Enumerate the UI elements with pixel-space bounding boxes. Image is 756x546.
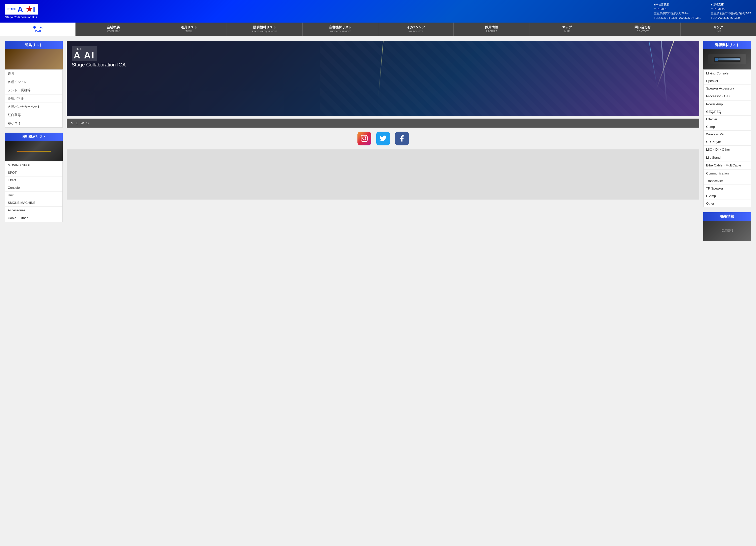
office2-address: 三重県名張市桔梗が丘2番町7-17	[711, 11, 751, 16]
recruit-box: 採用情報 採用情報	[703, 212, 751, 241]
twitter-icon[interactable]	[376, 132, 390, 145]
lighting-list-box: 照明機材リスト MOVING SPOT SPOT Effect Console …	[5, 133, 63, 222]
audio-item-speaker[interactable]: Speaker	[704, 77, 751, 85]
audio-list-title: 音響機材リスト	[703, 41, 751, 49]
contact-office1: ■本社営業所 〒518-001 三重県伊賀市佐那具町762-4 TEL:0595…	[654, 3, 701, 20]
svg-rect-0	[361, 135, 367, 142]
main-container: 道具リスト 道具 各種イントレ テント・長机等 各種パネル 各種パンチカーペット…	[0, 36, 756, 251]
lighting-item-0[interactable]: MOVING SPOT	[5, 161, 62, 169]
nav-lighting[interactable]: 照明機材リスト LIGHTING EQUIPMENT	[227, 23, 303, 36]
audio-item-comp[interactable]: Comp	[704, 123, 751, 131]
center-content: STAGE A AI Stage Collaboration IGA N E W…	[67, 41, 699, 246]
audio-item-mic-stand[interactable]: Mic Stand	[704, 154, 751, 161]
instagram-icon[interactable]	[357, 132, 371, 145]
office1-zip: 〒518-001	[654, 7, 701, 12]
audio-list-image	[703, 49, 751, 69]
hero-image: STAGE A AI Stage Collaboration IGA	[67, 41, 699, 116]
nav-contact[interactable]: 問い合わせ CONTACT	[605, 23, 681, 36]
contact-area: ■本社営業所 〒518-001 三重県伊賀市佐那具町762-4 TEL:0595…	[654, 3, 751, 20]
nav-link[interactable]: リンク LINK	[681, 23, 756, 36]
tool-list: 道具 各種イントレ テント・長机等 各種パネル 各種パンチカーペット 紅白幕等 …	[5, 69, 63, 128]
tool-item-6[interactable]: 布ケコミ	[5, 119, 62, 127]
tool-item-0[interactable]: 道具	[5, 70, 62, 78]
contact-office2: ■名張支店 〒518-0622 三重県名張市桔梗が丘2番町7-17 TEL/FA…	[711, 3, 751, 20]
logo-main-text: A ★I	[18, 5, 36, 14]
office2-tel: TEL/FAX:0595-66-2329	[711, 16, 751, 20]
hero-logo: STAGE A AI Stage Collaboration IGA	[72, 46, 126, 68]
audio-item-geq-peq[interactable]: GEQ/PEQ	[704, 108, 751, 116]
social-area	[67, 128, 699, 149]
lighting-item-5[interactable]: SMOKE MACHINE	[5, 199, 62, 207]
audio-list: Mixing Console Speaker Speaker Accessory…	[703, 69, 751, 207]
facebook-icon[interactable]	[395, 132, 409, 145]
audio-list-box: 音響機材リスト Mixing Console Speaker Speaker A…	[703, 41, 751, 207]
audio-item-transcevier[interactable]: Transcevier	[704, 177, 751, 185]
audio-item-hiamp[interactable]: HiAmp	[704, 192, 751, 200]
left-sidebar: 道具リスト 道具 各種イントレ テント・長机等 各種パネル 各種パンチカーペット…	[5, 41, 63, 246]
office1-tel: TEL:0595-24-2329 FAX:0595-24-2331	[654, 16, 701, 20]
audio-item-speaker-accessory[interactable]: Speaker Accessory	[704, 85, 751, 92]
lighting-item-2[interactable]: Effect	[5, 176, 62, 184]
nav-tshirt[interactable]: イガTシャツ IGA T-SHIRTS	[378, 23, 454, 36]
office2-zip: 〒518-0622	[711, 7, 751, 12]
lighting-item-1[interactable]: SPOT	[5, 169, 62, 176]
nav-company[interactable]: 会社概要 COMPANY	[76, 23, 151, 36]
office1-address: 三重県伊賀市佐那具町762-4	[654, 11, 701, 16]
logo-area: STAGE A ★I Stage Collaboration IGA	[5, 4, 38, 19]
tool-item-2[interactable]: テント・長机等	[5, 86, 62, 95]
lighting-list: MOVING SPOT SPOT Effect Console Unit SMO…	[5, 161, 63, 222]
lighting-item-3[interactable]: Console	[5, 184, 62, 192]
header: STAGE A ★I Stage Collaboration IGA ■本社営業…	[0, 0, 756, 23]
audio-item-ether-cable[interactable]: EtherCable・MultiCable	[704, 161, 751, 170]
svg-point-2	[365, 136, 366, 137]
tool-item-1[interactable]: 各種イントレ	[5, 78, 62, 86]
tool-list-box: 道具リスト 道具 各種イントレ テント・長机等 各種パネル 各種パンチカーペット…	[5, 41, 63, 128]
news-label: N E W S	[71, 121, 89, 125]
tool-item-3[interactable]: 各種パネル	[5, 95, 62, 103]
lighting-list-title: 照明機材リスト	[5, 133, 63, 141]
lighting-list-image	[5, 141, 63, 161]
audio-item-mixing-console[interactable]: Mixing Console	[704, 70, 751, 77]
nav-tool[interactable]: 道具リスト TOOL	[151, 23, 227, 36]
audio-item-mic-di-other[interactable]: MIC・DI・Other	[704, 146, 751, 154]
nav-map[interactable]: マップ MAP	[529, 23, 605, 36]
tool-item-4[interactable]: 各種パンチカーペット	[5, 103, 62, 111]
news-content	[67, 149, 699, 200]
tool-list-image	[5, 49, 63, 69]
audio-item-processor[interactable]: Processor・C/D	[704, 92, 751, 101]
tool-list-title: 道具リスト	[5, 41, 63, 49]
logo-stage-text: STAGE	[8, 8, 16, 11]
recruit-image: 採用情報	[703, 221, 751, 241]
nav-audio[interactable]: 音響機材リスト AUDIO EQUIPMENT	[303, 23, 378, 36]
right-sidebar: 音響機材リスト Mixing Console Speaker Speaker A…	[703, 41, 751, 246]
audio-item-effecter[interactable]: Effecter	[704, 116, 751, 123]
lighting-item-6[interactable]: Accessories	[5, 207, 62, 214]
audio-item-tp-speaker[interactable]: TP Speaker	[704, 185, 751, 192]
news-bar: N E W S	[67, 119, 699, 128]
audio-item-other[interactable]: Other	[704, 200, 751, 207]
audio-item-cd-player[interactable]: CD Player	[704, 138, 751, 146]
main-nav: ホーム HOME 会社概要 COMPANY 道具リスト TOOL 照明機材リスト…	[0, 23, 756, 36]
audio-item-power-amp[interactable]: Power Amp	[704, 101, 751, 108]
hero-pattern	[320, 41, 699, 116]
svg-point-1	[363, 137, 366, 140]
nav-home[interactable]: ホーム HOME	[0, 23, 76, 36]
logo-box: STAGE A ★I	[5, 4, 38, 15]
audio-item-communication[interactable]: Communication	[704, 170, 751, 177]
tool-item-5[interactable]: 紅白幕等	[5, 111, 62, 119]
office2-name: ■名張支店	[711, 3, 751, 7]
recruit-title: 採用情報	[703, 212, 751, 221]
lighting-item-4[interactable]: Unit	[5, 192, 62, 199]
audio-item-wireless-mic[interactable]: Wireless Mic	[704, 131, 751, 138]
nav-recruit[interactable]: 採用情報 RECRUIT	[454, 23, 529, 36]
lighting-item-7[interactable]: Cable・Other	[5, 214, 62, 222]
logo-subtitle: Stage Collaboration IGA	[5, 16, 37, 19]
office1-name: ■本社営業所	[654, 3, 701, 7]
hero-subtitle: Stage Collaboration IGA	[72, 62, 126, 68]
